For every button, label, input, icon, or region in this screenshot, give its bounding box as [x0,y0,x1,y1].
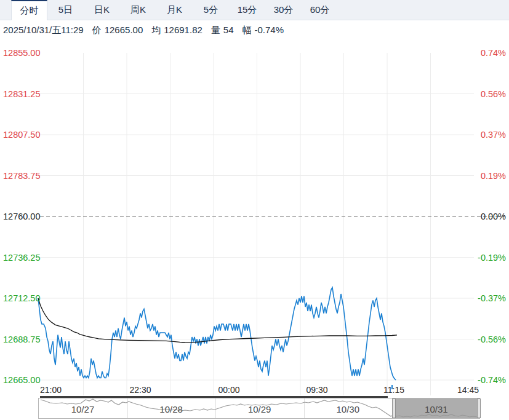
right-axis-label: 0.56% [481,89,506,99]
left-axis-label: 12831.25 [3,89,40,99]
navigator-left-handle[interactable] [392,398,396,418]
chart-canvas [0,0,509,420]
navigator-date-10-29: 10/29 [215,404,303,414]
right-axis-label: -0.19% [478,253,506,263]
left-axis-label: 12665.00 [3,375,40,385]
left-axis-label: 12783.75 [3,171,40,181]
right-axis-label: 0.37% [481,130,506,140]
right-axis-label: -0.56% [478,335,506,344]
left-axis-label: 12712.50 [3,293,40,303]
x-axis-label: 00:00 [218,385,239,395]
right-axis-label: -0.37% [478,293,506,303]
navigator-right-handle[interactable] [477,398,481,418]
navigator-date-10-31: 10/31 [392,404,480,414]
left-axis-label: 12807.50 [3,130,40,140]
x-axis-label: 09:30 [306,385,327,395]
navigator-date-10-27: 10/27 [39,404,127,414]
x-axis-label: 21:00 [40,385,62,395]
current-time-marker [391,385,393,389]
left-axis-label: 12688.75 [3,335,40,344]
right-axis-label: 0.00% [481,212,506,221]
x-axis-label: 22:30 [129,385,151,395]
price-line [38,288,396,381]
left-axis-label: 12760.00 [3,212,40,221]
navigator-date-10-30: 10/30 [304,404,392,414]
x-axis-label: 11:15 [383,385,404,395]
right-axis-label: 0.74% [481,48,506,58]
right-axis-label: 0.19% [481,171,506,181]
left-axis-label: 12736.25 [3,253,40,263]
navigator[interactable]: 10/2710/2810/2910/3010/31 [38,398,480,419]
trading-chart-screen: 分时5日日K周K月K5分15分30分60分 2025/10/31/五11:29 … [0,0,509,420]
x-axis-label: 14:45 [457,385,479,395]
right-axis-label: -0.74% [478,375,506,385]
intraday-chart[interactable]: 12855.0012831.2512807.5012783.7512760.00… [0,0,509,420]
navigator-date-10-28: 10/28 [127,404,215,414]
left-axis-label: 12855.00 [3,48,40,58]
